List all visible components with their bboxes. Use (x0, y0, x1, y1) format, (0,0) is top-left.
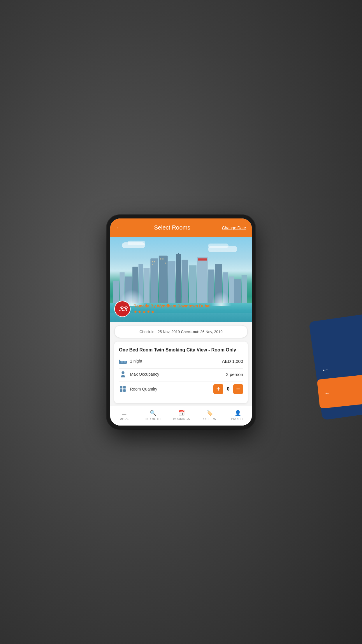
svg-rect-6 (150, 258, 158, 306)
divider-2 (119, 382, 243, 382)
phone-device: ← Select Rooms Change Date (107, 215, 255, 429)
divider-1 (119, 368, 243, 369)
cloud-2 (128, 241, 145, 245)
bed-icon (119, 358, 127, 364)
quantity-label: Room Quantity (130, 387, 157, 391)
quantity-controls: + 0 − (213, 384, 243, 394)
more-icon: ☰ (122, 410, 127, 416)
orange-card-decoration: ← (317, 373, 362, 408)
svg-rect-7 (159, 256, 168, 306)
nav-item-find-hotel[interactable]: 🔍 FIND HOTEL (143, 410, 162, 421)
bookings-icon: 📅 (178, 410, 185, 416)
hotel-name: Ramada By Wyndham Downtown Dubai (133, 304, 210, 308)
profile-label: PROFILE (231, 417, 245, 421)
svg-rect-11 (182, 260, 188, 306)
svg-rect-8 (168, 261, 175, 305)
svg-rect-24 (160, 258, 161, 260)
svg-rect-21 (152, 261, 153, 262)
hotel-name-area: Ramada By Wyndham Downtown Dubai ★★★★★ (133, 304, 210, 314)
svg-rect-31 (121, 361, 123, 363)
quantity-row: Room Quantity + 0 − (119, 384, 243, 394)
quantity-add-button[interactable]: + (213, 384, 223, 394)
svg-rect-35 (123, 386, 126, 388)
svg-rect-25 (162, 258, 164, 260)
fountain-right (211, 292, 231, 306)
blue-card-arrow: ← (321, 365, 330, 375)
svg-rect-19 (234, 279, 241, 306)
nav-item-profile[interactable]: 👤 PROFILE (229, 410, 247, 421)
bottom-navigation: ☰ MORE 🔍 FIND HOTEL 📅 BOOKINGS 🏷️ OFFERS… (110, 406, 252, 426)
occupancy-label: Max Occupancy (130, 372, 159, 377)
profile-icon: 👤 (235, 410, 241, 416)
occupancy-value: 2 person (226, 372, 243, 377)
hotel-image: ℛℛ Ramada By Wyndham Downtown Dubai ★★★★… (110, 237, 252, 322)
phone-screen: ← Select Rooms Change Date (110, 218, 252, 426)
cloud-4 (208, 244, 229, 248)
page-title: Select Rooms (122, 224, 222, 231)
room-card: One Bed Room Twin Smoking City View - Ro… (114, 342, 248, 403)
hotel-stars: ★★★★★ (133, 309, 210, 314)
svg-rect-37 (123, 389, 126, 392)
svg-rect-9 (176, 254, 181, 306)
hotel-logo-area: ℛℛ Ramada By Wyndham Downtown Dubai ★★★★… (114, 301, 210, 317)
svg-rect-22 (154, 261, 155, 262)
svg-rect-26 (165, 262, 166, 264)
nights-row: 1 night AED 1,000 (119, 358, 243, 364)
quantity-left: Room Quantity (119, 386, 157, 392)
svg-rect-12 (189, 265, 197, 306)
checkin-bar: Check-in : 25 Nov, 2019 Check-out: 26 No… (114, 325, 248, 338)
more-label: MORE (120, 418, 129, 421)
nav-item-more[interactable]: ☰ MORE (115, 410, 133, 421)
svg-rect-20 (242, 275, 247, 306)
orange-card-arrow: ← (324, 389, 331, 397)
nights-left: 1 night (119, 358, 142, 364)
find-hotel-icon: 🔍 (150, 410, 156, 416)
app-header: ← Select Rooms Change Date (110, 218, 252, 237)
svg-rect-36 (120, 389, 122, 392)
svg-point-33 (122, 371, 124, 374)
svg-rect-14 (198, 258, 207, 261)
offers-icon: 🏷️ (206, 410, 213, 416)
occupancy-left: Max Occupancy (119, 371, 159, 377)
offers-label: OFFERS (203, 417, 216, 421)
back-button[interactable]: ← (116, 224, 122, 232)
svg-rect-30 (119, 360, 120, 364)
ramada-logo: ℛℛ (114, 301, 131, 317)
checkin-dates: Check-in : 25 Nov, 2019 Check-out: 26 No… (140, 330, 223, 334)
find-hotel-label: FIND HOTEL (143, 417, 162, 421)
svg-rect-32 (124, 361, 126, 363)
bookings-label: BOOKINGS (173, 417, 190, 421)
grid-icon (119, 386, 127, 392)
svg-text:ℛℛ: ℛℛ (119, 306, 128, 312)
person-icon (119, 371, 127, 377)
quantity-remove-button[interactable]: − (233, 384, 243, 394)
change-date-button[interactable]: Change Date (222, 225, 246, 230)
room-title: One Bed Room Twin Smoking City View - Ro… (119, 347, 243, 353)
nav-item-bookings[interactable]: 📅 BOOKINGS (173, 410, 190, 421)
nav-item-offers[interactable]: 🏷️ OFFERS (201, 410, 218, 421)
svg-rect-13 (197, 257, 208, 306)
svg-rect-34 (120, 386, 122, 388)
svg-marker-10 (178, 253, 180, 254)
nights-label: 1 night (130, 359, 142, 363)
quantity-value: 0 (223, 386, 233, 392)
room-price: AED 1,000 (222, 359, 243, 364)
occupancy-row: Max Occupancy 2 person (119, 371, 243, 377)
svg-rect-23 (152, 264, 153, 265)
